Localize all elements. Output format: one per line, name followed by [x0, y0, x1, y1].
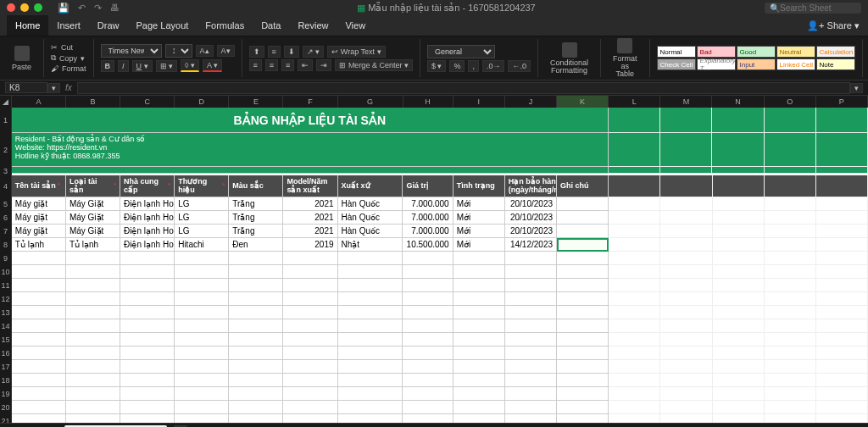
cell[interactable] — [229, 265, 283, 279]
style-normal[interactable]: Normal — [657, 46, 696, 58]
cell[interactable]: Trắng — [229, 197, 283, 211]
cell[interactable] — [816, 175, 868, 197]
cell[interactable] — [609, 252, 660, 265]
cell[interactable] — [12, 306, 66, 319]
cell[interactable] — [338, 252, 403, 265]
cell[interactable] — [175, 360, 229, 374]
cell[interactable]: 2019 — [283, 238, 337, 252]
cell[interactable] — [713, 374, 765, 387]
cell[interactable] — [713, 279, 765, 292]
cell[interactable] — [12, 401, 66, 414]
tab-review[interactable]: Review — [289, 15, 337, 36]
table-header[interactable]: Thương hiệu* — [175, 175, 229, 197]
cell[interactable] — [660, 414, 712, 423]
cell[interactable] — [557, 333, 609, 347]
cell[interactable] — [557, 401, 609, 414]
table-header[interactable]: Model/Năm sản xuất — [283, 175, 337, 197]
border-button[interactable]: ⊞ ▾ — [156, 60, 178, 72]
cell[interactable] — [557, 292, 609, 306]
cell[interactable] — [403, 265, 453, 279]
cell[interactable] — [609, 374, 660, 387]
cell[interactable] — [175, 279, 229, 292]
spreadsheet-grid[interactable]: 1BẢNG NHẬP LIỆU TÀI SẢN2Resident - Bất đ… — [0, 108, 868, 423]
cell[interactable]: Mới — [453, 225, 505, 238]
cell[interactable] — [557, 306, 609, 319]
cell[interactable]: 10.500.000 — [403, 238, 453, 252]
cell[interactable] — [283, 347, 337, 360]
row-header[interactable]: 17 — [0, 360, 12, 374]
cell[interactable]: 7.000.000 — [403, 211, 453, 225]
cell[interactable] — [557, 387, 609, 401]
column-headers[interactable]: ◢ ABCDEFGHIJKLMNOP — [0, 96, 868, 108]
align-center-icon[interactable]: ≡ — [265, 59, 278, 71]
cell[interactable] — [505, 401, 557, 414]
search-input[interactable] — [780, 3, 856, 13]
cell[interactable] — [609, 133, 660, 167]
cell[interactable] — [816, 387, 868, 401]
cell[interactable] — [765, 197, 816, 211]
row-header[interactable]: 18 — [0, 374, 12, 387]
cell[interactable] — [505, 387, 557, 401]
cell[interactable] — [283, 387, 337, 401]
cell[interactable] — [713, 252, 765, 265]
cell[interactable] — [713, 333, 765, 347]
cell[interactable] — [660, 252, 712, 265]
cell[interactable] — [816, 360, 868, 374]
cell[interactable] — [338, 414, 403, 423]
cell[interactable] — [816, 401, 868, 414]
col-header-M[interactable]: M — [660, 96, 712, 108]
cell[interactable] — [765, 175, 816, 197]
cell[interactable]: 20/10/2023 — [505, 225, 557, 238]
cell[interactable]: Máy giặt — [12, 211, 66, 225]
cell[interactable] — [713, 197, 765, 211]
row-header[interactable]: 6 — [0, 211, 12, 225]
cell[interactable] — [713, 319, 765, 333]
cell[interactable] — [765, 306, 816, 319]
cell[interactable] — [765, 374, 816, 387]
cell[interactable] — [765, 211, 816, 225]
cell[interactable] — [283, 306, 337, 319]
col-header-D[interactable]: D — [175, 96, 229, 108]
formula-bar-expand-icon[interactable]: ▾ — [850, 83, 863, 93]
table-header[interactable]: Loại tài sản* — [66, 175, 120, 197]
cell[interactable]: 2021 — [283, 225, 337, 238]
row-header[interactable]: 20 — [0, 401, 12, 414]
cell-styles-gallery[interactable]: Normal Bad Good Neutral Calculation Chec… — [657, 39, 863, 77]
cell[interactable] — [816, 333, 868, 347]
cell[interactable] — [66, 414, 120, 423]
cell[interactable] — [403, 374, 453, 387]
cell[interactable] — [713, 265, 765, 279]
cell[interactable] — [765, 333, 816, 347]
cell[interactable] — [12, 265, 66, 279]
cell[interactable] — [660, 211, 712, 225]
cell[interactable] — [660, 175, 712, 197]
row-header[interactable]: 3 — [0, 167, 12, 175]
cell[interactable] — [283, 319, 337, 333]
cell[interactable]: 20/10/2023 — [505, 197, 557, 211]
cell[interactable] — [609, 238, 660, 252]
col-header-E[interactable]: E — [229, 96, 283, 108]
row-header[interactable]: 4 — [0, 175, 12, 197]
cell[interactable] — [120, 401, 175, 414]
cell[interactable] — [609, 414, 660, 423]
cell[interactable]: Trắng — [229, 211, 283, 225]
tab-draw[interactable]: Draw — [89, 15, 128, 36]
font-size-select[interactable]: 14 — [165, 44, 192, 58]
cell[interactable] — [609, 347, 660, 360]
currency-icon[interactable]: $ ▾ — [427, 60, 447, 72]
name-box-dropdown-icon[interactable]: ▾ — [47, 83, 60, 93]
info-text[interactable]: Resident - Bất động sản & Cư dân số Webs… — [12, 133, 609, 167]
cell[interactable]: Hàn Quốc — [338, 197, 403, 211]
cell[interactable] — [816, 167, 868, 174]
cell[interactable] — [283, 279, 337, 292]
cell[interactable] — [175, 374, 229, 387]
col-header-H[interactable]: H — [403, 96, 453, 108]
row-header[interactable]: 21 — [0, 414, 12, 423]
cell[interactable] — [765, 347, 816, 360]
cell[interactable] — [338, 347, 403, 360]
cell[interactable] — [120, 292, 175, 306]
cell[interactable] — [713, 347, 765, 360]
cell[interactable] — [229, 306, 283, 319]
cell[interactable] — [557, 347, 609, 360]
cell[interactable] — [66, 319, 120, 333]
